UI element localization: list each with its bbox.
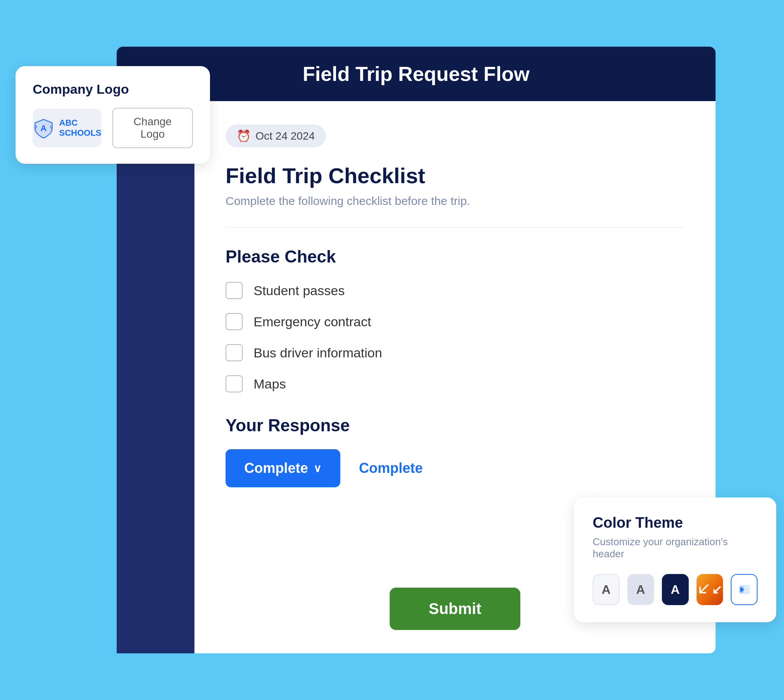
checklist-item-bus-driver: Bus driver information — [226, 344, 684, 361]
complete-link-label: Complete — [359, 460, 423, 476]
swatch-label-0: A — [602, 583, 611, 597]
checkbox-emergency-contract[interactable] — [226, 313, 243, 330]
submit-button-label: Submit — [429, 600, 481, 617]
color-swatches: A A A — [593, 574, 758, 605]
color-theme-card-subtitle: Customize your organization's header — [593, 536, 758, 560]
date-badge: ⏰ Oct 24 2024 — [226, 124, 326, 147]
change-logo-label: Change Logo — [133, 116, 172, 140]
change-logo-button[interactable]: Change Logo — [112, 108, 193, 148]
company-name: ABCSCHOOLS — [59, 118, 102, 138]
checklist-item-maps: Maps — [226, 375, 684, 392]
checklist-item-emergency-contract: Emergency contract — [226, 313, 684, 330]
swatch-dark-navy[interactable]: A — [662, 574, 689, 605]
complete-link[interactable]: Complete — [359, 460, 423, 476]
clock-icon: ⏰ — [236, 129, 251, 143]
figma-like-icon — [737, 582, 752, 597]
abc-schools-logo-icon: A — [33, 117, 54, 139]
checklist-subtitle: Complete the following checklist before … — [226, 194, 684, 208]
chevron-down-icon: ∨ — [313, 462, 322, 475]
please-check-section-title: Please Check — [226, 247, 684, 266]
swatch-label-2: A — [671, 583, 680, 597]
swatch-white-mid[interactable]: A — [627, 574, 654, 605]
checklist-title: Field Trip Checklist — [226, 163, 684, 188]
left-column — [117, 101, 194, 653]
swatch-label-1: A — [636, 583, 645, 597]
checklist-item-label-emergency-contract: Emergency contract — [254, 314, 371, 329]
color-theme-card: Color Theme Customize your organization'… — [574, 497, 776, 622]
arrow-icon — [698, 583, 712, 597]
submit-button[interactable]: Submit — [390, 588, 520, 630]
swatch-blue-outline[interactable] — [731, 574, 758, 605]
complete-button-label: Complete — [244, 460, 308, 476]
checklist-item-label-maps: Maps — [254, 376, 286, 392]
divider — [226, 227, 684, 228]
logo-box: A ABCSCHOOLS — [33, 108, 102, 147]
response-row: Complete ∨ Complete — [226, 449, 684, 487]
checklist-items: Student passes Emergency contract Bus dr… — [226, 282, 684, 392]
company-logo-card-title: Company Logo — [33, 82, 193, 97]
checklist-item-label-bus-driver: Bus driver information — [254, 345, 382, 360]
color-theme-card-title: Color Theme — [593, 514, 758, 531]
checklist-item-label-student-passes: Student passes — [254, 283, 345, 298]
date-text: Oct 24 2024 — [256, 130, 315, 142]
checkbox-maps[interactable] — [226, 375, 243, 392]
checkbox-student-passes[interactable] — [226, 282, 243, 299]
swatch-gradient-orange[interactable] — [696, 574, 723, 605]
checklist-item-student-passes: Student passes — [226, 282, 684, 299]
page-title: Field Trip Request Flow — [303, 62, 530, 86]
svg-text:A: A — [40, 123, 47, 133]
swatch-white-light[interactable]: A — [593, 574, 620, 605]
complete-button[interactable]: Complete ∨ — [226, 449, 340, 487]
logo-row: A ABCSCHOOLS Change Logo — [33, 108, 193, 148]
svg-rect-2 — [740, 586, 744, 593]
company-logo-card: Company Logo A ABCSCHOOLS Change Logo — [16, 66, 210, 164]
checkbox-bus-driver[interactable] — [226, 344, 243, 361]
response-section-title: Your Response — [226, 416, 684, 435]
